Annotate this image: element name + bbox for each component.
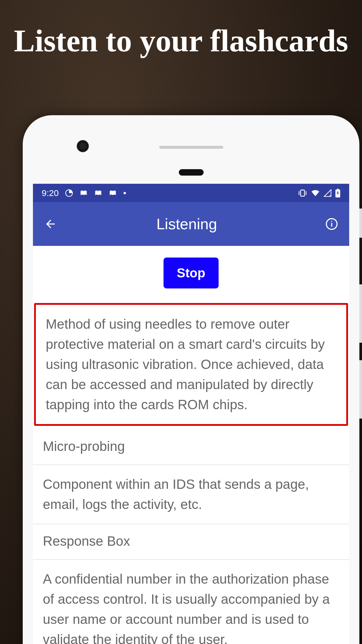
card-item[interactable]: Micro-probing xyxy=(33,429,349,465)
svg-rect-2 xyxy=(301,190,304,196)
phone-camera xyxy=(77,140,89,152)
phone-side-button xyxy=(359,209,362,238)
status-bar: 9:20 xyxy=(33,184,349,202)
content: Stop Method of using needles to remove o… xyxy=(33,246,349,644)
data-saver-icon xyxy=(65,189,73,197)
phone-side-button xyxy=(359,284,362,343)
book-icon xyxy=(94,189,102,197)
info-button[interactable] xyxy=(324,217,339,231)
book-icon xyxy=(80,189,88,197)
svg-text:×: × xyxy=(329,193,331,197)
phone-sensor xyxy=(179,169,203,176)
promo-title: Listen to your flashcards xyxy=(0,20,362,61)
phone-side-button xyxy=(359,360,362,419)
card-item-current[interactable]: Method of using needles to remove outer … xyxy=(34,303,348,426)
status-right: × xyxy=(298,189,340,197)
dot-icon xyxy=(123,192,126,195)
status-left: 9:20 xyxy=(42,188,126,198)
svg-rect-7 xyxy=(337,189,338,190)
wifi-icon xyxy=(311,189,320,197)
status-time: 9:20 xyxy=(42,188,59,198)
svg-point-1 xyxy=(124,192,126,194)
card-list[interactable]: Method of using needles to remove outer … xyxy=(33,303,349,644)
svg-point-10 xyxy=(331,221,332,222)
card-item[interactable]: A confidential number in the authorizati… xyxy=(33,560,349,644)
app-bar: Listening xyxy=(33,202,349,246)
vibrate-icon xyxy=(298,189,307,197)
card-item[interactable]: Response Box xyxy=(33,524,349,560)
phone-speaker xyxy=(159,146,223,149)
battery-icon xyxy=(335,189,340,197)
page-title: Listening xyxy=(49,215,324,233)
card-item[interactable]: Component within an IDS that sends a pag… xyxy=(33,465,349,524)
stop-button[interactable]: Stop xyxy=(164,258,219,288)
signal-icon: × xyxy=(324,189,332,197)
screen: 9:20 xyxy=(33,184,349,644)
book-icon xyxy=(109,189,117,197)
phone-frame: 9:20 xyxy=(23,115,359,644)
stop-row: Stop xyxy=(33,246,349,303)
